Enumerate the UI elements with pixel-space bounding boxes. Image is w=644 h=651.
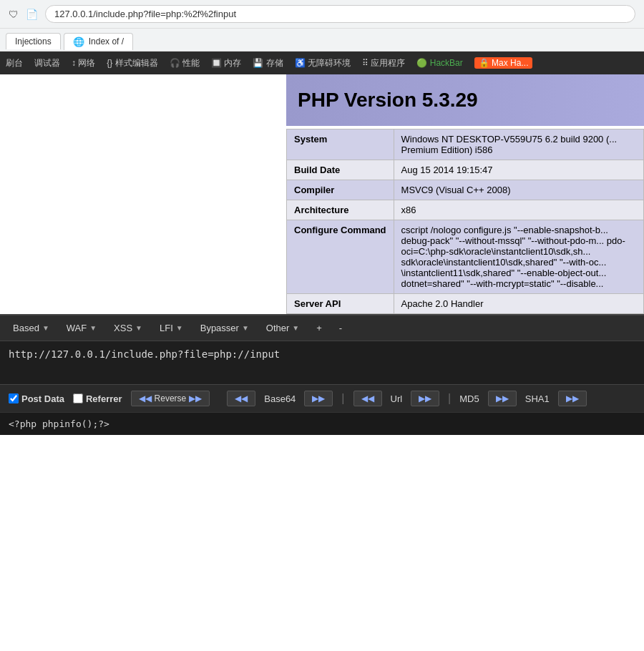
url-bar[interactable]: 127.0.0.1/include.php?file=php:%2f%2finp…	[45, 5, 635, 23]
hackbar-other-arrow: ▼	[292, 324, 299, 332]
php-table-label: Configure Command	[287, 220, 394, 294]
php-table-value: Windows NT DESKTOP-V559U75 6.2 build 920…	[394, 129, 643, 160]
md5-label: MD5	[459, 393, 479, 404]
php-version-title: PHP Version 5.3.29	[298, 89, 633, 112]
url-label: Url	[391, 393, 403, 404]
php-table-value: x86	[394, 200, 643, 220]
referrer-text: Referrer	[86, 393, 122, 404]
post-data-label[interactable]: Post Data	[9, 393, 64, 404]
php-info-panel: PHP Version 5.3.29 SystemWindows NT DESK…	[286, 74, 644, 314]
tab-injections[interactable]: Injections	[6, 33, 61, 49]
hackbar-label[interactable]: 🟢 HackBar	[416, 58, 462, 68]
url-left-arrows: ◀◀	[361, 393, 374, 403]
tab-index[interactable]: 🌐 Index of /	[64, 33, 133, 50]
md5-btn[interactable]: ▶▶	[488, 391, 517, 406]
separator-2: |	[341, 392, 344, 405]
tab-injections-label: Injections	[15, 36, 52, 46]
dev-toolbar: 刷台 调试器 ↕ 网络 {} 样式编辑器 🎧 性能 🔲 内存 💾 存储 ♿ 无障…	[0, 52, 644, 74]
hackbar-menu: Based ▼ WAF ▼ XSS ▼ LFI ▼ Bypasser ▼ Oth…	[0, 315, 644, 341]
post-data-text: Post Data	[21, 393, 64, 404]
php-table-label: Server API	[287, 294, 394, 314]
base64-right-arrows: ▶▶	[312, 393, 325, 403]
dev-applications[interactable]: ⠿ 应用程序	[362, 57, 405, 69]
page-icon: 📄	[26, 9, 38, 20]
tab-index-label: Index of /	[89, 36, 124, 46]
referrer-label[interactable]: Referrer	[73, 393, 122, 404]
base64-btn-left[interactable]: ◀◀	[227, 391, 255, 406]
hackbar-menu-lfi[interactable]: LFI ▼	[152, 320, 190, 336]
dev-accessibility[interactable]: ♿ 无障碍环境	[295, 57, 351, 69]
dev-network[interactable]: ↕ 网络	[72, 57, 95, 69]
hackbar-menu-waf[interactable]: WAF ▼	[59, 320, 104, 336]
separator-3: |	[448, 392, 451, 405]
shield-icon: 🛡	[9, 9, 19, 20]
globe-icon: 🌐	[73, 36, 84, 47]
dev-memory[interactable]: 🔲 内存	[211, 57, 241, 69]
php-table-value: Aug 15 2014 19:15:47	[394, 160, 643, 180]
url-btn-left[interactable]: ◀◀	[353, 391, 382, 406]
hackbar-other-label: Other	[266, 323, 290, 333]
hackbar-bypasser-label: Bypasser	[200, 323, 239, 333]
hackbar-menu-other[interactable]: Other ▼	[259, 320, 306, 336]
url-right-arrows: ▶▶	[419, 393, 431, 403]
php-table-value: MSVC9 (Visual C++ 2008)	[394, 180, 643, 200]
hackbar-add-label: +	[316, 323, 322, 333]
sha1-btn[interactable]: ▶▶	[558, 391, 587, 406]
sha1-label: SHA1	[525, 393, 550, 404]
reverse-btn-label: Reverse	[155, 393, 187, 403]
table-row: CompilerMSVC9 (Visual C++ 2008)	[287, 180, 644, 200]
hackbar-menu-add[interactable]: +	[309, 320, 329, 336]
md5-arrows: ▶▶	[496, 393, 509, 403]
table-row: Architecturex86	[287, 200, 644, 220]
dev-console[interactable]: 刷台	[6, 57, 23, 69]
dev-performance[interactable]: 🎧 性能	[170, 57, 200, 69]
php-table-label: System	[287, 129, 394, 160]
base64-btn-right[interactable]: ▶▶	[304, 391, 333, 406]
sha1-arrows: ▶▶	[566, 393, 579, 403]
maxhack-label[interactable]: 🔒 Max Ha...	[474, 57, 533, 69]
dev-debugger[interactable]: 调试器	[34, 57, 60, 69]
php-info-table: SystemWindows NT DESKTOP-V559U75 6.2 bui…	[286, 129, 644, 314]
hackbar: Based ▼ WAF ▼ XSS ▼ LFI ▼ Bypasser ▼ Oth…	[0, 314, 644, 435]
hackbar-input[interactable]	[9, 418, 635, 429]
php-table-value: Apache 2.0 Handler	[394, 294, 643, 314]
reverse-btn-arrows-right: ▶▶	[189, 393, 202, 403]
hackbar-xss-label: XSS	[114, 323, 132, 333]
dev-style-editor[interactable]: {} 样式编辑器	[107, 57, 157, 69]
reverse-button[interactable]: ◀◀ Reverse ▶▶	[131, 391, 210, 406]
base64-label: Base64	[264, 393, 296, 404]
table-row: Build DateAug 15 2014 19:15:47	[287, 160, 644, 180]
hackbar-menu-xss[interactable]: XSS ▼	[107, 320, 150, 336]
post-data-checkbox[interactable]	[9, 393, 19, 403]
php-table-label: Build Date	[287, 160, 394, 180]
hackbar-lfi-arrow: ▼	[176, 324, 183, 332]
hackbar-url-area[interactable]: http://127.0.0.1/include.php?file=php://…	[0, 341, 644, 384]
url-btn-right[interactable]: ▶▶	[411, 391, 439, 406]
hackbar-input-area[interactable]	[0, 412, 644, 435]
php-table-label: Compiler	[287, 180, 394, 200]
base64-left-arrows: ◀◀	[235, 393, 248, 403]
hackbar-xss-arrow: ▼	[135, 324, 142, 332]
php-version-header: PHP Version 5.3.29	[286, 74, 644, 126]
table-row: Server APIApache 2.0 Handler	[287, 294, 644, 314]
hackbar-waf-arrow: ▼	[89, 324, 97, 332]
hackbar-bypasser-arrow: ▼	[242, 324, 249, 332]
hackbar-url: http://127.0.0.1/include.php?file=php://…	[9, 348, 635, 360]
hackbar-menu-based[interactable]: Based ▼	[6, 320, 57, 336]
tab-bar: Injections 🌐 Index of /	[0, 29, 644, 52]
php-table-value: cscript /nologo configure.js "--enable-s…	[394, 220, 643, 294]
browser-bar: 🛡 📄 127.0.0.1/include.php?file=php:%2f%2…	[0, 0, 644, 29]
table-row: SystemWindows NT DESKTOP-V559U75 6.2 bui…	[287, 129, 644, 160]
hackbar-remove-label: -	[339, 323, 342, 333]
hackbar-controls: Post Data Referrer ◀◀ Reverse ▶▶ ◀◀ Base…	[0, 384, 644, 412]
hackbar-based-arrow: ▼	[42, 324, 49, 332]
hackbar-menu-remove[interactable]: -	[332, 320, 349, 336]
hackbar-menu-bypasser[interactable]: Bypasser ▼	[193, 320, 256, 336]
left-panel	[0, 74, 286, 314]
dev-storage[interactable]: 💾 存储	[253, 57, 283, 69]
referrer-checkbox[interactable]	[73, 393, 83, 403]
hackbar-lfi-label: LFI	[160, 323, 173, 333]
hackbar-waf-label: WAF	[67, 323, 87, 333]
reverse-btn-arrows-left: ◀◀	[139, 393, 152, 403]
hackbar-based-label: Based	[13, 323, 39, 333]
